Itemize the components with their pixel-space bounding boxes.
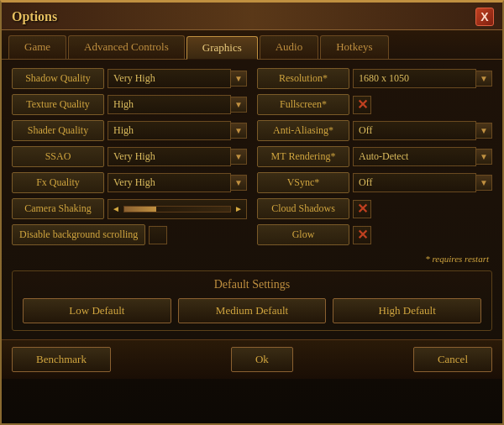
anti-aliasing-select-wrap: Off ▼	[353, 121, 492, 140]
settings-content: Shadow Quality Very High ▼ Texture Quali…	[2, 60, 502, 339]
camera-shaking-slider[interactable]: ◄ ►	[108, 199, 247, 219]
shader-quality-select-wrap: High ▼	[108, 121, 247, 140]
vsync-value[interactable]: Off	[353, 173, 476, 192]
texture-quality-label[interactable]: Texture Quality	[12, 94, 104, 115]
tab-audio[interactable]: Audio	[260, 35, 319, 59]
glow-label[interactable]: Glow	[257, 224, 349, 245]
ssao-row: SSAO Very High ▼	[12, 146, 247, 167]
benchmark-button[interactable]: Benchmark	[12, 347, 111, 372]
cloud-shadows-label[interactable]: Cloud Shadows	[257, 198, 349, 219]
shadow-quality-row: Shadow Quality Very High ▼	[12, 68, 247, 89]
shader-quality-value[interactable]: High	[108, 121, 231, 140]
vsync-arrow[interactable]: ▼	[476, 175, 492, 191]
glow-checkbox[interactable]: ✕	[353, 226, 371, 244]
shadow-quality-arrow[interactable]: ▼	[231, 71, 247, 87]
shadow-quality-value[interactable]: Very High	[108, 69, 231, 88]
vsync-select-wrap: Off ▼	[353, 173, 492, 192]
mt-rendering-select-wrap: Auto-Detect ▼	[353, 147, 492, 166]
window-title: Options	[12, 9, 57, 24]
shadow-quality-label[interactable]: Shadow Quality	[12, 68, 104, 89]
resolution-select-wrap: 1680 x 1050 ▼	[353, 69, 492, 88]
close-button[interactable]: X	[475, 8, 494, 26]
tab-bar: Game Advanced Controls Graphics Audio Ho…	[2, 30, 502, 60]
anti-aliasing-value[interactable]: Off	[353, 121, 476, 140]
low-default-button[interactable]: Low Default	[23, 298, 171, 323]
mt-rendering-arrow[interactable]: ▼	[476, 149, 492, 165]
anti-aliasing-arrow[interactable]: ▼	[476, 123, 492, 139]
anti-aliasing-label[interactable]: Anti-Aliasing*	[257, 120, 349, 141]
ssao-arrow[interactable]: ▼	[231, 149, 247, 165]
ssao-value[interactable]: Very High	[108, 147, 231, 166]
ssao-select-wrap: Very High ▼	[108, 147, 247, 166]
fx-quality-arrow[interactable]: ▼	[231, 175, 247, 191]
mt-rendering-row: MT Rendering* Auto-Detect ▼	[257, 146, 492, 167]
texture-quality-select-wrap: High ▼	[108, 95, 247, 114]
tab-game[interactable]: Game	[8, 35, 66, 59]
ssao-label[interactable]: SSAO	[12, 146, 104, 167]
slider-track	[123, 206, 231, 212]
default-settings-title: Default Settings	[23, 278, 481, 291]
cancel-button[interactable]: Cancel	[413, 347, 492, 372]
cloud-shadows-checkbox[interactable]: ✕	[353, 200, 371, 218]
texture-quality-row: Texture Quality High ▼	[12, 94, 247, 115]
texture-quality-arrow[interactable]: ▼	[231, 97, 247, 113]
fx-quality-row: Fx Quality Very High ▼	[12, 172, 247, 193]
glow-row: Glow ✕	[257, 224, 492, 245]
vsync-row: VSync* Off ▼	[257, 172, 492, 193]
slider-right-arrow[interactable]: ►	[233, 204, 244, 213]
shader-quality-label[interactable]: Shader Quality	[12, 120, 104, 141]
fx-quality-value[interactable]: Very High	[108, 173, 231, 192]
bottom-buttons-bar: Benchmark Ok Cancel	[2, 339, 502, 379]
default-settings-section: Default Settings Low Default Medium Defa…	[12, 270, 492, 331]
ok-button[interactable]: Ok	[231, 347, 293, 372]
resolution-arrow[interactable]: ▼	[476, 71, 492, 87]
anti-aliasing-row: Anti-Aliasing* Off ▼	[257, 120, 492, 141]
mt-rendering-label[interactable]: MT Rendering*	[257, 146, 349, 167]
camera-shaking-row: Camera Shaking ◄ ►	[12, 198, 247, 219]
texture-quality-value[interactable]: High	[108, 95, 231, 114]
fx-quality-select-wrap: Very High ▼	[108, 173, 247, 192]
title-bar: Options X	[2, 3, 502, 30]
camera-shaking-label[interactable]: Camera Shaking	[12, 198, 104, 219]
cloud-shadows-row: Cloud Shadows ✕	[257, 198, 492, 219]
fullscreen-checkbox[interactable]: ✕	[353, 96, 371, 114]
disable-bg-scrolling-checkbox[interactable]	[149, 226, 167, 244]
tab-hotkeys[interactable]: Hotkeys	[320, 35, 388, 59]
requires-restart-note: * requires restart	[12, 254, 492, 264]
high-default-button[interactable]: High Default	[333, 298, 481, 323]
mt-rendering-value[interactable]: Auto-Detect	[353, 147, 476, 166]
shader-quality-row: Shader Quality High ▼	[12, 120, 247, 141]
disable-bg-scrolling-row: Disable background scrolling	[12, 224, 247, 245]
settings-grid: Shadow Quality Very High ▼ Texture Quali…	[12, 68, 492, 250]
right-column: Resolution* 1680 x 1050 ▼ Fullscreen* ✕ …	[257, 68, 492, 250]
tab-graphics[interactable]: Graphics	[186, 36, 258, 60]
fx-quality-label[interactable]: Fx Quality	[12, 172, 104, 193]
shader-quality-arrow[interactable]: ▼	[231, 123, 247, 139]
resolution-row: Resolution* 1680 x 1050 ▼	[257, 68, 492, 89]
tab-advanced-controls[interactable]: Advanced Controls	[68, 35, 185, 59]
default-buttons-row: Low Default Medium Default High Default	[23, 298, 481, 323]
slider-left-arrow[interactable]: ◄	[110, 204, 122, 213]
options-window: Options X Game Advanced Controls Graphic…	[0, 0, 504, 425]
disable-bg-scrolling-label[interactable]: Disable background scrolling	[12, 224, 145, 245]
medium-default-button[interactable]: Medium Default	[178, 298, 327, 323]
slider-fill	[124, 207, 156, 212]
fullscreen-label[interactable]: Fullscreen*	[257, 94, 349, 115]
fullscreen-row: Fullscreen* ✕	[257, 94, 492, 115]
resolution-label[interactable]: Resolution*	[257, 68, 349, 89]
resolution-value[interactable]: 1680 x 1050	[353, 69, 476, 88]
shadow-quality-select-wrap: Very High ▼	[108, 69, 247, 88]
vsync-label[interactable]: VSync*	[257, 172, 349, 193]
left-column: Shadow Quality Very High ▼ Texture Quali…	[12, 68, 247, 250]
